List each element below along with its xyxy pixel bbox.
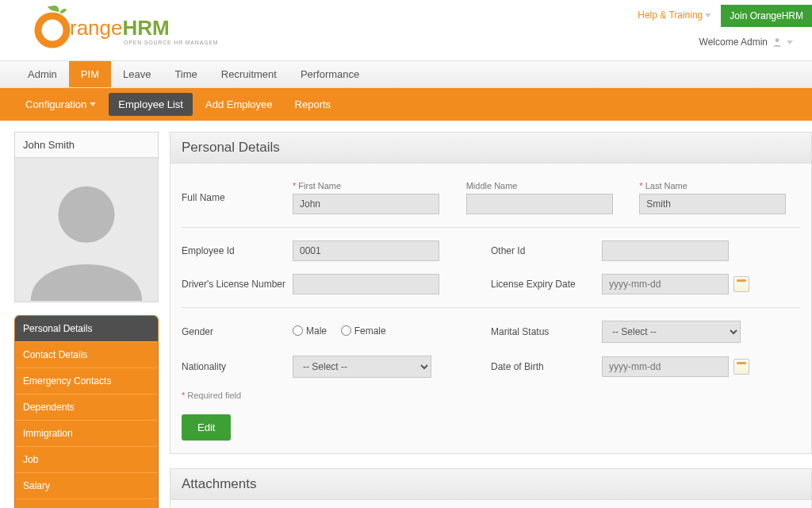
personal-details-panel: Personal Details Full Name * First Name …	[170, 132, 812, 454]
panel-title-attachments: Attachments	[170, 469, 811, 500]
dob-input[interactable]	[602, 356, 729, 377]
label-employee-id: Employee Id	[182, 245, 293, 256]
gender-female-radio[interactable]: Female	[341, 325, 386, 337]
subnav-configuration[interactable]: Configuration	[16, 93, 105, 116]
join-button[interactable]: Join OrangeHRM	[721, 5, 812, 27]
marital-status-select[interactable]: -- Select --	[602, 321, 741, 343]
nav-admin[interactable]: Admin	[16, 61, 69, 87]
calendar-icon[interactable]	[733, 359, 749, 375]
sidemenu-personal-details[interactable]: Personal Details	[15, 316, 158, 341]
subnav-employee-list[interactable]: Employee List	[109, 93, 193, 116]
sidemenu-job[interactable]: Job	[15, 446, 158, 472]
employee-id-input[interactable]	[293, 241, 439, 261]
chevron-down-icon	[90, 102, 96, 106]
nav-time[interactable]: Time	[163, 61, 209, 87]
sidemenu-salary[interactable]: Salary	[15, 472, 158, 498]
label-last-name: Last Name	[645, 181, 688, 190]
sub-nav: Configuration Employee List Add Employee…	[0, 88, 812, 121]
svg-text:OPEN SOURCE HR MANAGEMENT: OPEN SOURCE HR MANAGEMENT	[124, 40, 219, 45]
nav-pim[interactable]: PIM	[69, 61, 111, 87]
calendar-icon[interactable]	[733, 276, 749, 292]
avatar-placeholder-icon	[15, 165, 158, 302]
chevron-down-icon	[787, 40, 793, 44]
panel-title-personal: Personal Details	[170, 133, 811, 164]
first-name-input[interactable]	[293, 194, 439, 214]
gender-male-radio[interactable]: Male	[293, 325, 327, 337]
label-marital-status: Marital Status	[491, 326, 602, 337]
employee-avatar[interactable]	[14, 158, 159, 302]
label-middle-name: Middle Name	[466, 181, 627, 190]
svg-point-0	[38, 16, 67, 44]
other-id-input[interactable]	[602, 241, 729, 261]
chevron-down-icon	[705, 13, 711, 17]
license-expiry-input[interactable]	[602, 274, 729, 294]
required-note: *Required field	[182, 391, 800, 400]
nav-performance[interactable]: Performance	[289, 61, 371, 87]
brand-logo[interactable]: rangeHRM OPEN SOURCE HR MANAGEMENT	[21, 5, 219, 49]
gender-male-label: Male	[306, 325, 327, 337]
svg-point-3	[776, 38, 779, 42]
employee-name-header: John Smith	[14, 132, 159, 158]
svg-point-4	[58, 187, 114, 243]
welcome-user-menu[interactable]: Welcome Admin	[699, 37, 812, 48]
svg-text:rangeHRM: rangeHRM	[70, 16, 170, 40]
sidemenu-contact-details[interactable]: Contact Details	[15, 341, 158, 368]
subnav-add-employee[interactable]: Add Employee	[196, 93, 282, 116]
subnav-configuration-label: Configuration	[25, 98, 86, 110]
nav-leave[interactable]: Leave	[111, 61, 163, 87]
nationality-select[interactable]: -- Select --	[293, 356, 431, 378]
user-icon	[772, 37, 783, 48]
last-name-input[interactable]	[639, 194, 786, 214]
label-first-name: First Name	[298, 181, 341, 190]
employee-side-menu: Personal Details Contact Details Emergen…	[14, 315, 159, 508]
help-training-link[interactable]: Help & Training	[638, 5, 711, 21]
sidemenu-report-to[interactable]: Report-to	[15, 498, 158, 508]
label-other-id: Other Id	[491, 245, 602, 256]
driver-license-input[interactable]	[293, 274, 439, 294]
label-gender: Gender	[182, 326, 293, 337]
main-nav: Admin PIM Leave Time Recruitment Perform…	[0, 60, 812, 88]
label-driver-license: Driver's License Number	[182, 279, 293, 290]
nav-recruitment[interactable]: Recruitment	[209, 61, 289, 87]
gender-female-label: Female	[354, 325, 386, 337]
welcome-label: Welcome Admin	[699, 37, 768, 48]
edit-button[interactable]: Edit	[182, 414, 231, 441]
label-nationality: Nationality	[182, 361, 293, 372]
label-license-expiry: License Expiry Date	[491, 279, 602, 290]
subnav-reports[interactable]: Reports	[285, 93, 341, 116]
label-dob: Date of Birth	[491, 361, 602, 372]
sidemenu-emergency-contacts[interactable]: Emergency Contacts	[15, 368, 158, 394]
help-training-label: Help & Training	[638, 10, 703, 21]
sidemenu-immigration[interactable]: Immigration	[15, 420, 158, 446]
attachments-panel: Attachments Add	[170, 468, 812, 508]
sidemenu-dependents[interactable]: Dependents	[15, 394, 158, 420]
label-full-name: Full Name	[182, 192, 293, 203]
middle-name-input[interactable]	[466, 194, 613, 214]
